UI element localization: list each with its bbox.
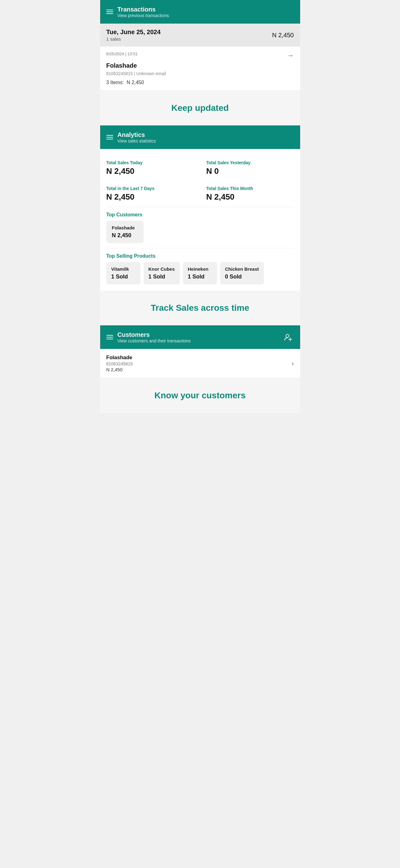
stat-last7-label: Total in the Last 7 Days [106,186,200,191]
transaction-arrow[interactable]: → [287,52,294,60]
promo-banner: Keep updated [100,91,300,125]
top-products-title: Top Selling Products [100,248,300,262]
add-customer-button[interactable] [283,332,294,343]
customers-menu-icon[interactable] [106,335,113,339]
transaction-item: 6/25/2024 | 13:51 → Folashade 8106324581… [100,46,300,91]
know-text: Know your customers [106,391,294,400]
transaction-items-label: 3 Items: [106,80,124,85]
stat-month-label: Total Sales This Month [206,186,294,191]
transactions-header: Transactions View previous transactions [100,0,300,24]
transactions-title: Transactions [118,6,169,13]
analytics-stats-grid: Total Sales Today N 2,450 Total Sales Ye… [100,149,300,207]
transactions-subtitle: View previous transactions [118,13,169,18]
product-sold-1: 1 Sold [148,274,175,280]
top-customer-card-0: Folashade N 2,450 [106,221,143,243]
stat-last7: Total in the Last 7 Days N 2,450 [106,181,200,207]
analytics-section: Total Sales Today N 2,450 Total Sales Ye… [100,149,300,290]
customers-subtitle: View customers and their transactions [118,338,191,343]
know-banner: Know your customers [100,378,300,413]
product-card-1: Knor Cubes 1 Sold [143,262,180,284]
product-card-0: Vitamilk 1 Sold [106,262,140,284]
track-banner: Track Sales across time [100,290,300,326]
top-customers-list: Folashade N 2,450 [100,221,300,248]
transactions-menu-icon[interactable] [106,10,113,14]
product-sold-3: 0 Sold [225,274,259,280]
transaction-datetime: 6/25/2024 | 13:51 [106,52,138,56]
transaction-items-total: N 2,450 [127,80,144,85]
product-name-0: Vitamilk [111,266,135,272]
transaction-customer-name: Folashade [106,62,294,69]
customer-row-phone: 81063245815 [106,361,133,366]
stat-last7-value: N 2,450 [106,192,200,202]
product-card-2: Heineken 1 Sold [183,262,217,284]
customer-row-arrow[interactable]: › [292,360,294,367]
analytics-header: Analytics View sales statistics [100,125,300,149]
product-sold-0: 1 Sold [111,274,135,280]
product-card-3: Chicken Breast 0 Sold [220,262,264,284]
customer-row-amount: N 2,450 [106,367,133,372]
transaction-date: Tue, June 25, 2024 [106,29,161,36]
stat-total-today: Total Sales Today N 2,450 [106,155,200,181]
customer-row-info-0: Folashade 81063245815 N 2,450 [106,354,133,372]
svg-point-0 [286,334,289,337]
stat-today-label: Total Sales Today [106,160,200,165]
promo-text: Keep updated [106,103,294,113]
top-customer-name: Folashade [112,225,138,230]
customer-row-name: Folashade [106,354,133,361]
customer-row-0[interactable]: Folashade 81063245815 N 2,450 › [100,349,300,378]
product-name-3: Chicken Breast [225,266,259,272]
customers-header: Customers View customers and their trans… [100,326,300,349]
transaction-items-summary: 3 Items: N 2,450 [106,80,294,85]
stat-today-value: N 2,450 [106,166,200,176]
transaction-total: N 2,450 [272,32,294,39]
product-name-2: Heineken [188,266,212,272]
analytics-subtitle: View sales statistics [118,138,156,144]
customers-title: Customers [118,331,191,338]
customers-section: Folashade 81063245815 N 2,450 › [100,349,300,378]
analytics-title: Analytics [118,131,156,138]
header-actions [283,332,294,343]
transaction-contact: 81063245815 | Unknown email [106,71,294,76]
sales-count: 1 sales [106,36,161,41]
stat-yesterday-label: Total Sales Yesterday [206,160,294,165]
product-name-1: Knor Cubes [148,266,175,272]
stat-month-value: N 2,450 [206,192,294,202]
transactions-date-block: Tue, June 25, 2024 1 sales N 2,450 [100,24,300,46]
product-sold-2: 1 Sold [188,274,212,280]
track-text: Track Sales across time [106,303,294,313]
top-customer-amount: N 2,450 [112,232,138,239]
top-products-list: Vitamilk 1 Sold Knor Cubes 1 Sold Heinek… [100,262,300,290]
top-customers-title: Top Customers [100,207,300,221]
stat-yesterday-value: N 0 [206,166,294,176]
analytics-menu-icon[interactable] [106,135,113,140]
stat-this-month: Total Sales This Month N 2,450 [200,181,294,207]
stat-total-yesterday: Total Sales Yesterday N 0 [200,155,294,181]
